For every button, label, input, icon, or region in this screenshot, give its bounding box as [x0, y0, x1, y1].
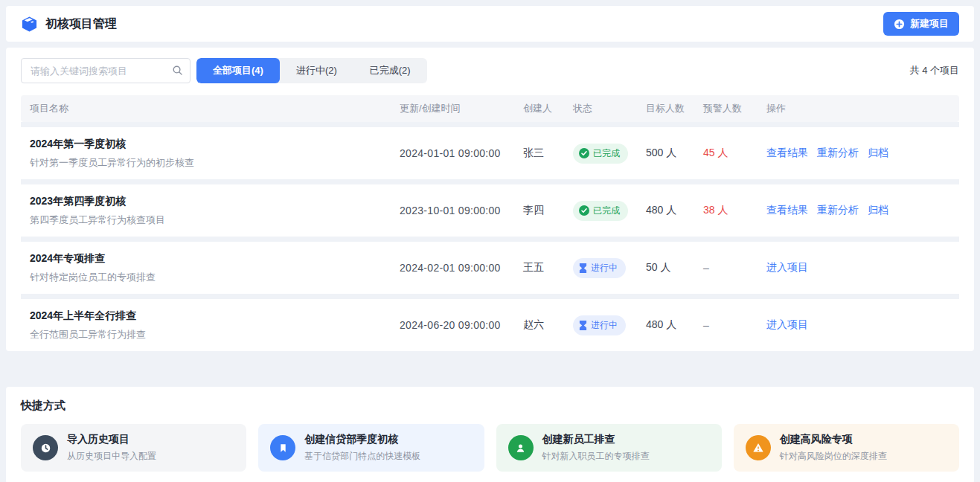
target-count: 480 人 [646, 318, 703, 332]
view-results-link[interactable]: 查看结果 [766, 204, 808, 217]
archive-link[interactable]: 归档 [868, 147, 888, 160]
table-row: 2024年第一季度初核 针对第一季度员工异常行为的初步核查 2024-01-01… [21, 122, 959, 179]
status-badge: 进行中 [573, 258, 626, 278]
check-circle-icon [579, 148, 589, 158]
warning-count: – [703, 262, 766, 274]
project-creator: 王五 [523, 261, 573, 274]
archive-link[interactable]: 归档 [868, 204, 888, 217]
project-description: 第四季度员工异常行为核查项目 [30, 213, 400, 227]
page-title: 初核项目管理 [45, 16, 117, 32]
enter-project-link[interactable]: 进入项目 [766, 261, 808, 274]
tab-in-progress[interactable]: 进行中(2) [280, 58, 353, 83]
search-input[interactable] [21, 58, 190, 83]
search-box [21, 58, 190, 83]
shortcut-high-risk-special[interactable]: 创建高风险专项 针对高风险岗位的深度排查 [734, 424, 959, 472]
target-count: 500 人 [646, 147, 703, 160]
shortcut-description: 针对新入职员工的专项排查 [542, 450, 650, 463]
new-project-button[interactable]: 新建项目 [883, 12, 959, 36]
project-name: 2023年第四季度初核 [30, 195, 400, 208]
toolbar: 全部项目(4) 进行中(2) 已完成(2) 共 4 个项目 [21, 58, 959, 83]
table-row: 2024年上半年全行排查 全行范围员工异常行为排查 2024-06-20 09:… [21, 294, 959, 351]
check-circle-icon [579, 205, 589, 216]
project-time: 2023-10-01 09:00:00 [400, 205, 523, 216]
reanalyze-link[interactable]: 重新分析 [817, 147, 859, 160]
project-creator: 李四 [523, 204, 573, 217]
user-icon [508, 435, 534, 460]
col-time: 更新/创建时间 [400, 102, 523, 115]
status-badge: 已完成 [573, 144, 628, 164]
col-actions: 操作 [766, 102, 950, 115]
shortcut-title: 创建高风险专项 [780, 433, 887, 446]
project-description: 全行范围员工异常行为排查 [30, 328, 400, 341]
table-header: 项目名称 更新/创建时间 创建人 状态 目标人数 预警人数 操作 [21, 95, 959, 122]
col-warning: 预警人数 [703, 102, 766, 115]
project-name: 2024年专项排查 [30, 252, 400, 266]
project-list-panel: 全部项目(4) 进行中(2) 已完成(2) 共 4 个项目 项目名称 更新/创建… [6, 48, 974, 351]
shortcut-new-employee-screening[interactable]: 创建新员工排查 针对新入职员工的专项排查 [496, 424, 722, 472]
table-row: 2023年第四季度初核 第四季度员工异常行为核查项目 2023-10-01 09… [21, 179, 959, 237]
shortcuts-grid: 导入历史项目 从历史项目中导入配置 创建信贷部季度初核 基于信贷部门特点的快速模… [21, 424, 959, 472]
project-time: 2024-02-01 09:00:00 [400, 262, 523, 274]
header-bar: 初核项目管理 新建项目 [6, 6, 974, 42]
shortcut-title: 创建新员工排查 [542, 433, 650, 446]
new-project-label: 新建项目 [910, 17, 949, 30]
search-icon [172, 65, 183, 79]
bookmark-icon [270, 435, 295, 460]
target-count: 50 人 [646, 261, 703, 274]
total-count: 共 4 个项目 [910, 64, 959, 77]
project-description: 针对特定岗位员工的专项排查 [30, 271, 400, 284]
warning-icon [746, 435, 771, 460]
clock-icon [33, 435, 58, 460]
project-creator: 张三 [523, 147, 573, 160]
shortcut-title: 创建信贷部季度初核 [304, 433, 420, 446]
shortcut-title: 导入历史项目 [67, 433, 156, 446]
table-row: 2024年专项排查 针对特定岗位员工的专项排查 2024-02-01 09:00… [21, 237, 959, 294]
target-count: 480 人 [646, 204, 703, 217]
view-results-link[interactable]: 查看结果 [766, 147, 808, 160]
hourglass-icon [579, 263, 587, 273]
status-badge: 进行中 [573, 315, 626, 335]
tab-completed[interactable]: 已完成(2) [353, 58, 427, 83]
col-status: 状态 [573, 102, 646, 115]
warning-count: 38 人 [703, 204, 766, 217]
shortcut-import-history[interactable]: 导入历史项目 从历史项目中导入配置 [21, 424, 246, 472]
enter-project-link[interactable]: 进入项目 [766, 318, 808, 332]
shortcuts-panel: 快捷方式 导入历史项目 从历史项目中导入配置 创建信贷部季度初核 [6, 387, 974, 482]
shortcut-credit-dept-review[interactable]: 创建信贷部季度初核 基于信贷部门特点的快速模板 [258, 424, 484, 472]
project-description: 针对第一季度员工异常行为的初步核查 [30, 156, 400, 170]
project-time: 2024-06-20 09:00:00 [400, 319, 523, 331]
shortcut-description: 基于信贷部门特点的快速模板 [304, 450, 420, 463]
shortcut-description: 从历史项目中导入配置 [67, 450, 156, 463]
project-name: 2024年第一季度初核 [30, 138, 400, 151]
shortcut-description: 针对高风险岗位的深度排查 [780, 450, 887, 463]
project-name: 2024年上半年全行排查 [30, 309, 400, 323]
plus-circle-icon [894, 19, 905, 30]
project-time: 2024-01-01 09:00:00 [400, 147, 523, 159]
cube-icon [21, 16, 38, 33]
project-creator: 赵六 [523, 318, 573, 332]
warning-count: – [703, 319, 766, 331]
shortcuts-title: 快捷方式 [21, 399, 959, 413]
warning-count: 45 人 [703, 147, 766, 160]
hourglass-icon [579, 321, 587, 330]
col-creator: 创建人 [523, 102, 573, 115]
col-target: 目标人数 [646, 102, 703, 115]
status-badge: 已完成 [573, 201, 628, 221]
col-project-name: 项目名称 [30, 102, 400, 115]
project-tabs: 全部项目(4) 进行中(2) 已完成(2) [196, 58, 427, 83]
tab-all-projects[interactable]: 全部项目(4) [196, 58, 280, 83]
reanalyze-link[interactable]: 重新分析 [817, 204, 859, 217]
